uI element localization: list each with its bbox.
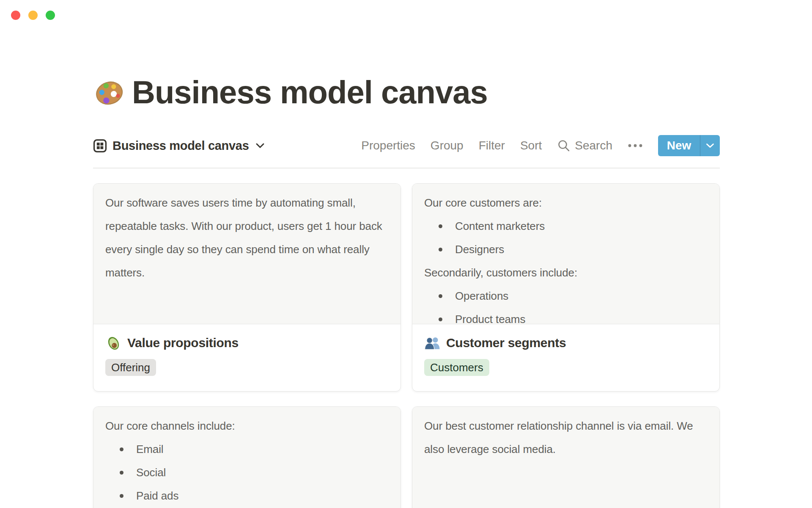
card-title-row: Customer segments [424,334,708,351]
card-channels[interactable]: Our core channels include: Email Social … [93,406,401,508]
bullet-dot [120,494,123,498]
sort-button[interactable]: Sort [520,139,542,152]
list-item-text: Product teams [455,313,525,324]
list-item: Designers [424,240,708,258]
card-customer-segments[interactable]: Our core customers are: Content marketer… [412,183,720,392]
list-item: Product teams [424,310,708,324]
list-item-text: Paid ads [136,489,178,502]
properties-button[interactable]: Properties [361,139,415,152]
bullet-dot [439,294,442,298]
card-preview-text: repeatable tasks. With our product, user… [105,217,389,235]
card-preview: Our software saves users time by automat… [93,184,401,324]
page-header: Business model canvas [93,72,488,113]
new-button-group: New [658,135,720,156]
card-footer: Customer segments Customers [412,324,719,386]
card-preview: Our core customers are: Content marketer… [412,184,719,324]
minimize-button[interactable] [28,11,38,20]
close-button[interactable] [11,11,20,20]
tag-badge: Offering [105,359,156,376]
list-item: Email [105,440,389,458]
search-icon [557,139,571,152]
list-item: Operations [424,287,708,305]
busts-icon [424,335,440,351]
divider [93,168,720,168]
list-item-text: Social [136,466,166,479]
page-title[interactable]: Business model canvas [132,72,488,113]
list-item-text: Designers [455,243,504,256]
bullet-dot [439,224,442,228]
palette-icon[interactable] [93,76,125,108]
card-preview-text: Our software saves users time by automat… [105,194,389,212]
card-preview-text: also leverage social media. [424,440,708,458]
search-button[interactable]: Search [557,139,612,152]
search-label: Search [575,139,612,152]
card-value-propositions[interactable]: Our software saves users time by automat… [93,183,401,392]
card-footer: Value propositions Offering [93,324,401,386]
bullet-dot [439,318,442,321]
card-preview-text: matters. [105,264,389,282]
view-toolbar: Business model canvas Properties Group F… [93,135,720,157]
avocado-icon [105,335,121,351]
card-title: Customer segments [446,334,566,351]
bullet-dot [439,248,442,251]
list-item: Social [105,464,389,481]
more-options-button[interactable] [628,144,643,148]
list-item: Paid ads [105,487,389,505]
tag-badge: Customers [424,359,489,376]
view-selector[interactable]: Business model canvas [93,139,265,153]
card-customer-relationships[interactable]: Our best customer relationship channel i… [412,406,720,508]
card-preview: Our best customer relationship channel i… [412,407,719,508]
zoom-button[interactable] [46,11,55,20]
chevron-down-icon [706,143,714,148]
bullet-dot [120,447,123,451]
card-title-row: Value propositions [105,334,389,351]
card-preview-text: Secondarily, customers include: [424,264,708,282]
group-button[interactable]: Group [431,139,464,152]
gallery-view-icon [93,139,107,153]
new-button[interactable]: New [658,135,700,156]
view-name: Business model canvas [112,139,249,153]
card-preview-text: Our core customers are: [424,194,708,212]
window-controls [11,11,55,20]
list-item-text: Operations [455,290,508,302]
card-title: Value propositions [127,334,239,351]
card-preview: Our core channels include: Email Social … [93,407,401,508]
chevron-down-icon [255,143,265,149]
card-preview-text: Our best customer relationship channel i… [424,417,708,435]
card-preview-text: every single day so they can spend time … [105,240,389,258]
new-dropdown-button[interactable] [700,135,720,156]
toolbar-actions: Properties Group Filter Sort Search [361,135,720,156]
list-item-text: Content marketers [455,220,545,232]
list-item-text: Email [136,443,164,456]
list-item: Content marketers [424,217,708,235]
ellipsis-icon [628,144,643,148]
filter-button[interactable]: Filter [479,139,505,152]
gallery-grid: Our software saves users time by automat… [93,183,720,508]
bullet-dot [120,471,123,475]
card-preview-text: Our core channels include: [105,417,389,435]
